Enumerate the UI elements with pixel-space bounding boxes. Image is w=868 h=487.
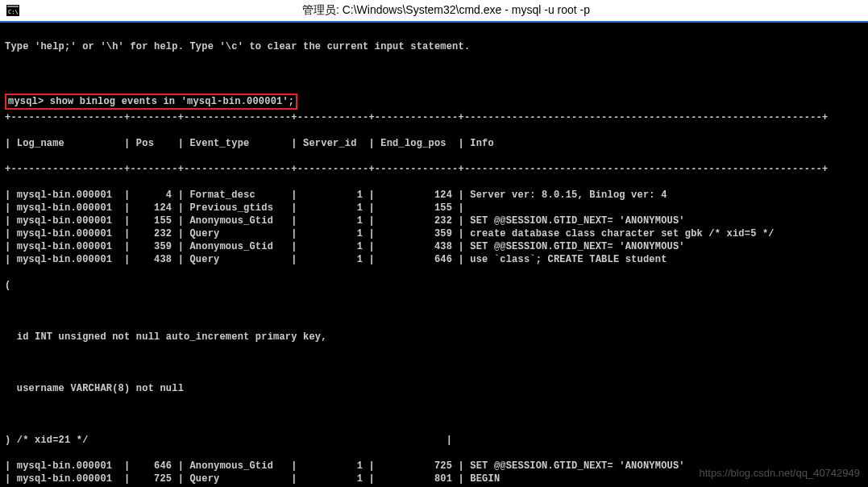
table-header: | Log_name | Pos | Event_type | Server_i…: [5, 137, 863, 150]
terminal-output[interactable]: Type 'help;' or '\h' for help. Type '\c'…: [0, 23, 868, 487]
help-line: Type 'help;' or '\h' for help. Type '\c'…: [5, 40, 863, 53]
table-sep-mid: +-------------------+--------+----------…: [5, 163, 863, 176]
mysql-prompt: mysql>: [8, 96, 44, 107]
command-highlight: mysql> show binlog events in 'mysql-bin.…: [5, 94, 297, 110]
svg-text:C:\: C:\: [8, 9, 19, 15]
blank-line: [5, 66, 863, 79]
blank-line: [5, 305, 863, 318]
window-titlebar: C:\ 管理员: C:\Windows\System32\cmd.exe - m…: [0, 0, 868, 23]
cont-paren: (: [5, 279, 863, 292]
cont-col-username: username VARCHAR(8) not null: [5, 382, 863, 395]
window-title: 管理员: C:\Windows\System32\cmd.exe - mysql…: [24, 3, 868, 18]
cont-xid: ) /* xid=21 */ |: [5, 434, 863, 447]
blank-line: [5, 356, 863, 369]
cmd-icon: C:\: [2, 0, 24, 22]
rows-block-2: | mysql-bin.000001 | 646 | Anonymous_Gti…: [5, 460, 863, 487]
blank-line: [5, 408, 863, 421]
cont-col-id: id INT unsigned not null auto_increment …: [5, 331, 863, 343]
table-sep-top: +-------------------+--------+----------…: [5, 111, 863, 124]
rows-block-1: | mysql-bin.000001 | 4 | Format_desc | 1…: [5, 189, 863, 266]
svg-rect-1: [7, 6, 19, 7]
sql-command: show binlog events in 'mysql-bin.000001'…: [50, 96, 294, 107]
